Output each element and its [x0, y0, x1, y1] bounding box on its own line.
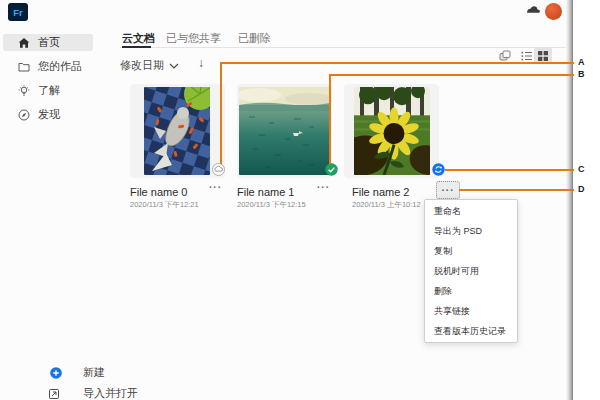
plus-circle-icon: [50, 367, 62, 379]
file-menu-dots[interactable]: ···: [317, 182, 330, 193]
file-name: File name 2: [352, 186, 409, 198]
tab-deleted[interactable]: 已删除: [238, 31, 271, 46]
sidebar-item-home[interactable]: 首页: [0, 34, 105, 51]
cloud-only-status-icon: [212, 163, 225, 176]
home-icon: [18, 37, 30, 49]
cloud-sync-icon[interactable]: [526, 4, 541, 14]
import-icon: [48, 388, 60, 400]
canvas-view-icon[interactable]: [499, 50, 511, 62]
file-date: 2020/11/3 下午12:21: [130, 200, 199, 210]
syncing-status-icon: [432, 163, 445, 176]
file-thumbnail-ocean[interactable]: [239, 87, 330, 175]
folder-icon: [18, 61, 30, 73]
callout-label-a: A: [578, 57, 585, 67]
file-name: File name 1: [237, 186, 294, 198]
menu-item-rename[interactable]: 重命名: [425, 201, 517, 221]
window-edge-scrollbar[interactable]: [566, 0, 573, 400]
sidebar-item-label: 您的作品: [38, 59, 82, 74]
callout-line-a: [220, 62, 222, 164]
list-view-icon[interactable]: [521, 50, 533, 62]
menu-item-duplicate[interactable]: 复制: [425, 241, 517, 261]
chevron-down-icon[interactable]: [169, 63, 179, 69]
app-window: Fr 首页 您的作品 了解: [0, 0, 566, 400]
menu-item-version-history[interactable]: 查看版本历史记录: [425, 321, 517, 341]
screenshot: Fr 首页 您的作品 了解: [0, 0, 600, 400]
file-context-menu: 重命名 导出为 PSD 复制 脱机时可用 删除 共享链接 查看版本历史记录: [424, 199, 518, 343]
file-thumbnail-koi[interactable]: [144, 87, 210, 175]
sidebar-item-label: 了解: [38, 83, 60, 98]
menu-item-available-offline[interactable]: 脱机时可用: [425, 261, 517, 281]
callout-label-b: B: [578, 69, 585, 79]
file-menu-dots[interactable]: ···: [209, 182, 222, 193]
active-tab-underline: [122, 46, 151, 48]
user-avatar[interactable]: [545, 3, 562, 20]
tabbar-divider: [120, 47, 566, 48]
menu-item-delete[interactable]: 删除: [425, 281, 517, 301]
menu-item-export-psd[interactable]: 导出为 PSD: [425, 221, 517, 241]
file-name: File name 0: [130, 186, 187, 198]
file-thumbnail-sunflower[interactable]: [354, 87, 430, 175]
grid-view-icon[interactable]: [537, 50, 549, 62]
compass-icon: [18, 109, 30, 121]
file-menu-dots-button-active[interactable]: ···: [436, 181, 460, 199]
sidebar-item-learn[interactable]: 了解: [0, 82, 105, 99]
file-date: 2020/11/3 上午10:12: [352, 200, 421, 210]
file-date: 2020/11/3 下午12:15: [237, 200, 306, 210]
sidebar-item-discover[interactable]: 发现: [0, 106, 105, 123]
menu-item-share-link[interactable]: 共享链接: [425, 301, 517, 321]
fresco-app-logo: Fr: [8, 3, 28, 21]
sidebar-item-label: 首页: [38, 35, 60, 50]
callout-line-b: [329, 74, 574, 76]
callout-line-b: [329, 74, 331, 164]
tab-cloud-documents[interactable]: 云文档: [122, 31, 155, 46]
callout-line-a: [220, 62, 574, 64]
sidebar-item-label: 发现: [38, 107, 60, 122]
callout-label-c: C: [578, 164, 585, 174]
lightbulb-icon: [18, 85, 30, 97]
callout-line-c: [445, 169, 574, 171]
sidebar-item-your-work[interactable]: 您的作品: [0, 58, 105, 75]
new-document-button[interactable]: 新建: [0, 364, 160, 381]
callout-label-d: D: [578, 184, 585, 194]
import-open-button[interactable]: 导入并打开: [0, 385, 160, 400]
synced-check-status-icon: [325, 163, 338, 176]
import-open-label: 导入并打开: [83, 386, 138, 400]
new-document-label: 新建: [83, 365, 105, 380]
tab-shared-with-you[interactable]: 已与您共享: [166, 31, 221, 46]
callout-line-d: [459, 189, 574, 191]
sort-by-dropdown[interactable]: 修改日期: [120, 58, 164, 73]
sort-direction-button[interactable]: ↓: [198, 56, 204, 70]
